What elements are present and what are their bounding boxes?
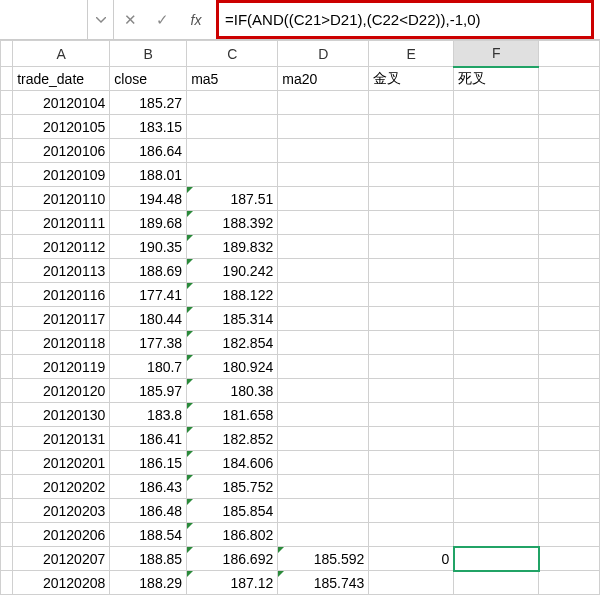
cell[interactable]: 185.743 bbox=[278, 571, 369, 595]
cell[interactable] bbox=[278, 355, 369, 379]
cell[interactable] bbox=[369, 91, 454, 115]
col-header-A[interactable]: A bbox=[13, 41, 110, 67]
cell[interactable] bbox=[539, 163, 600, 187]
cell[interactable] bbox=[369, 379, 454, 403]
col-header-D[interactable]: D bbox=[278, 41, 369, 67]
cell[interactable] bbox=[369, 331, 454, 355]
cell[interactable]: 188.122 bbox=[187, 283, 278, 307]
row-header[interactable] bbox=[1, 523, 13, 547]
cell[interactable] bbox=[539, 67, 600, 91]
row-header[interactable] bbox=[1, 307, 13, 331]
row-header[interactable] bbox=[1, 355, 13, 379]
cell[interactable] bbox=[539, 547, 600, 571]
cell[interactable] bbox=[539, 331, 600, 355]
cell[interactable]: 185.592 bbox=[278, 547, 369, 571]
cell[interactable] bbox=[278, 259, 369, 283]
cell[interactable] bbox=[454, 523, 539, 547]
cell[interactable]: 189.832 bbox=[187, 235, 278, 259]
cell[interactable] bbox=[369, 451, 454, 475]
cell[interactable] bbox=[454, 571, 539, 595]
cell[interactable]: 185.27 bbox=[110, 91, 187, 115]
cell[interactable]: 180.7 bbox=[110, 355, 187, 379]
cell[interactable] bbox=[539, 355, 600, 379]
cell[interactable] bbox=[278, 451, 369, 475]
cell[interactable] bbox=[454, 331, 539, 355]
cell[interactable] bbox=[369, 139, 454, 163]
cell[interactable] bbox=[278, 307, 369, 331]
cell[interactable] bbox=[454, 187, 539, 211]
cell[interactable] bbox=[539, 451, 600, 475]
cell[interactable]: 188.85 bbox=[110, 547, 187, 571]
cell[interactable] bbox=[278, 139, 369, 163]
col-header-extra[interactable] bbox=[539, 41, 600, 67]
cell[interactable] bbox=[369, 475, 454, 499]
cell[interactable] bbox=[278, 403, 369, 427]
cell[interactable] bbox=[369, 187, 454, 211]
cell[interactable] bbox=[278, 427, 369, 451]
cell[interactable]: 188.01 bbox=[110, 163, 187, 187]
cell[interactable]: 177.38 bbox=[110, 331, 187, 355]
cell[interactable] bbox=[278, 211, 369, 235]
cell[interactable]: 194.48 bbox=[110, 187, 187, 211]
cell[interactable] bbox=[278, 187, 369, 211]
row-header[interactable] bbox=[1, 139, 13, 163]
cell[interactable] bbox=[278, 499, 369, 523]
cell[interactable] bbox=[539, 475, 600, 499]
cell[interactable]: 185.854 bbox=[187, 499, 278, 523]
row-header[interactable] bbox=[1, 259, 13, 283]
row-header[interactable] bbox=[1, 571, 13, 595]
cell[interactable]: 185.314 bbox=[187, 307, 278, 331]
cell[interactable]: 186.802 bbox=[187, 523, 278, 547]
cell[interactable] bbox=[278, 475, 369, 499]
cell[interactable] bbox=[454, 211, 539, 235]
cell[interactable]: 177.41 bbox=[110, 283, 187, 307]
cell[interactable] bbox=[539, 499, 600, 523]
row-header[interactable] bbox=[1, 283, 13, 307]
cell[interactable] bbox=[454, 355, 539, 379]
cell[interactable]: 188.54 bbox=[110, 523, 187, 547]
cell[interactable] bbox=[539, 283, 600, 307]
cell[interactable]: 20120201 bbox=[13, 451, 110, 475]
cell[interactable] bbox=[369, 571, 454, 595]
cell[interactable]: 20120206 bbox=[13, 523, 110, 547]
cell[interactable] bbox=[278, 163, 369, 187]
header-cell-b[interactable]: close bbox=[110, 67, 187, 91]
cell[interactable]: 186.43 bbox=[110, 475, 187, 499]
row-header[interactable] bbox=[1, 547, 13, 571]
name-box[interactable] bbox=[0, 0, 88, 39]
cell[interactable] bbox=[278, 235, 369, 259]
cell[interactable]: 180.44 bbox=[110, 307, 187, 331]
cell[interactable] bbox=[454, 379, 539, 403]
cell[interactable]: 20120207 bbox=[13, 547, 110, 571]
cell[interactable]: 183.15 bbox=[110, 115, 187, 139]
cell[interactable]: 20120120 bbox=[13, 379, 110, 403]
cell[interactable] bbox=[454, 163, 539, 187]
cell[interactable]: 189.68 bbox=[110, 211, 187, 235]
cell[interactable] bbox=[454, 235, 539, 259]
cell[interactable]: 181.658 bbox=[187, 403, 278, 427]
name-box-dropdown[interactable] bbox=[88, 0, 114, 39]
cell[interactable] bbox=[369, 211, 454, 235]
cell[interactable]: 20120203 bbox=[13, 499, 110, 523]
cell[interactable]: 183.8 bbox=[110, 403, 187, 427]
cell[interactable] bbox=[539, 403, 600, 427]
cancel-button[interactable]: ✕ bbox=[114, 0, 146, 39]
cell[interactable] bbox=[187, 163, 278, 187]
cell[interactable]: 20120118 bbox=[13, 331, 110, 355]
cell[interactable] bbox=[278, 91, 369, 115]
cell[interactable]: 187.51 bbox=[187, 187, 278, 211]
cell[interactable]: 20120104 bbox=[13, 91, 110, 115]
cell[interactable] bbox=[369, 115, 454, 139]
cell[interactable] bbox=[539, 187, 600, 211]
cell[interactable]: 20120116 bbox=[13, 283, 110, 307]
cell[interactable] bbox=[454, 451, 539, 475]
cell[interactable] bbox=[369, 307, 454, 331]
cell[interactable] bbox=[539, 115, 600, 139]
cell[interactable] bbox=[454, 283, 539, 307]
cell[interactable] bbox=[454, 307, 539, 331]
header-cell-d[interactable]: ma20 bbox=[278, 67, 369, 91]
cell[interactable]: 186.41 bbox=[110, 427, 187, 451]
header-cell-a[interactable]: trade_date bbox=[13, 67, 110, 91]
row-header[interactable] bbox=[1, 499, 13, 523]
col-header-B[interactable]: B bbox=[110, 41, 187, 67]
